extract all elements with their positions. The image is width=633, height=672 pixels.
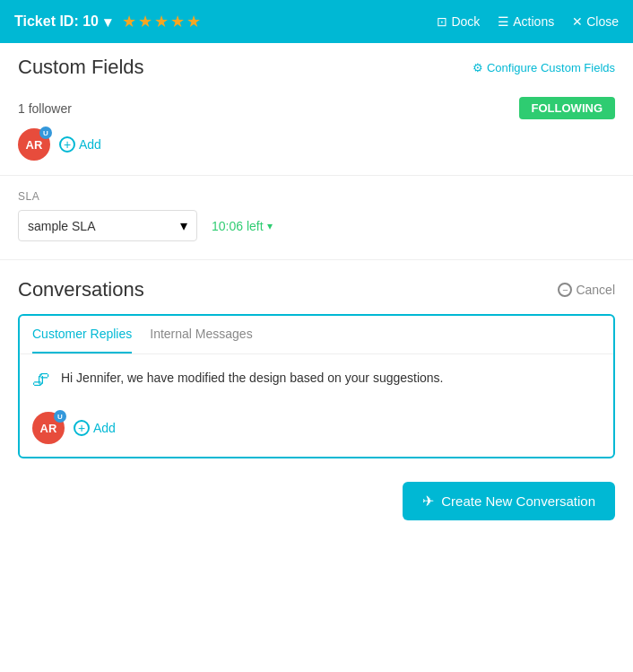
add-conversation-icon: + [74,420,90,436]
tab-internal-messages[interactable]: Internal Messages [150,316,252,353]
add-conversation-label: Add [93,421,116,435]
conversation-avatar-badge: U [54,410,66,423]
followers-header: 1 follower FOLLOWING [18,97,615,119]
cancel-circle-icon: − [558,283,572,297]
star-5[interactable]: ★ [186,12,201,31]
ticket-id-label: Ticket ID: 10 [14,13,99,30]
conversation-avatar-initials: AR [40,422,57,435]
create-btn-row: ✈ Create New Conversation [0,467,633,538]
avatar-initials: AR [26,138,43,152]
sla-select[interactable]: sample SLA ▾ [18,210,197,241]
dock-button[interactable]: ⊡ Dock [437,14,480,29]
header: Ticket ID: 10 ▾ ★ ★ ★ ★ ★ ⊡ Dock ☰ Actio… [0,0,633,43]
gear-icon: ⚙ [473,61,483,74]
custom-fields-title: Custom Fields [18,56,144,79]
avatar-row: AR U + Add [18,128,615,161]
close-icon: ✕ [572,14,583,29]
star-rating[interactable]: ★ ★ ★ ★ ★ [122,12,201,31]
conversation-box: Customer Replies Internal Messages 🖇 Hi … [18,314,615,458]
send-icon: ✈ [422,493,434,510]
tabs-row: Customer Replies Internal Messages [20,316,613,354]
ticket-dropdown-icon[interactable]: ▾ [104,13,111,31]
star-3[interactable]: ★ [154,12,169,31]
dock-icon: ⊡ [437,14,447,29]
actions-button[interactable]: ☰ Actions [498,14,554,29]
conversation-avatar: AR U [32,412,65,444]
sla-time-chevron-icon: ▾ [267,220,273,232]
message-text: Hi Jennifer, we have modified the design… [61,369,444,388]
followers-section: 1 follower FOLLOWING AR U + Add [0,88,633,176]
add-follower-label: Add [79,137,101,152]
add-conversation-link[interactable]: + Add [74,420,116,436]
avatar-badge: U [39,127,52,139]
configure-custom-fields-link[interactable]: ⚙ Configure Custom Fields [473,61,615,74]
sla-time-left[interactable]: 10:06 left ▾ [212,219,273,233]
star-4[interactable]: ★ [170,12,185,31]
header-actions: ⊡ Dock ☰ Actions ✕ Close [437,14,619,29]
conversations-section: Conversations − Cancel Customer Replies … [0,260,633,467]
sla-chevron-icon: ▾ [180,217,187,234]
conversation-message: 🖇 Hi Jennifer, we have modified the desi… [20,354,613,405]
star-2[interactable]: ★ [138,12,152,31]
cancel-button[interactable]: − Cancel [558,283,615,297]
conversation-footer: AR U + Add [20,405,613,457]
sla-row: sample SLA ▾ 10:06 left ▾ [18,210,615,241]
conversations-header: Conversations − Cancel [18,278,615,301]
dock-label: Dock [451,14,480,29]
following-button[interactable]: FOLLOWING [519,97,615,119]
sla-section: SLA sample SLA ▾ 10:06 left ▾ [0,176,633,260]
sla-time-value: 10:06 left [212,219,264,233]
cancel-label: Cancel [576,283,615,297]
sla-selected-value: sample SLA [28,219,95,233]
attachment-icon: 🖇 [32,370,50,390]
tab-customer-replies[interactable]: Customer Replies [32,316,132,353]
ticket-id[interactable]: Ticket ID: 10 ▾ [14,13,111,31]
followers-count: 1 follower [18,101,72,116]
main-content: Custom Fields ⚙ Configure Custom Fields … [0,43,633,672]
create-btn-label: Create New Conversation [441,493,595,509]
close-button[interactable]: ✕ Close [572,14,619,29]
create-conversation-button[interactable]: ✈ Create New Conversation [403,482,615,520]
sla-label: SLA [18,190,615,203]
avatar: AR U [18,128,50,161]
actions-icon: ☰ [498,14,509,29]
add-follower-link[interactable]: + Add [59,136,101,153]
add-circle-icon: + [59,136,75,153]
custom-fields-header: Custom Fields ⚙ Configure Custom Fields [0,43,633,88]
close-label: Close [586,14,619,29]
actions-label: Actions [513,14,554,29]
conversations-title: Conversations [18,278,144,301]
star-1[interactable]: ★ [122,12,136,31]
